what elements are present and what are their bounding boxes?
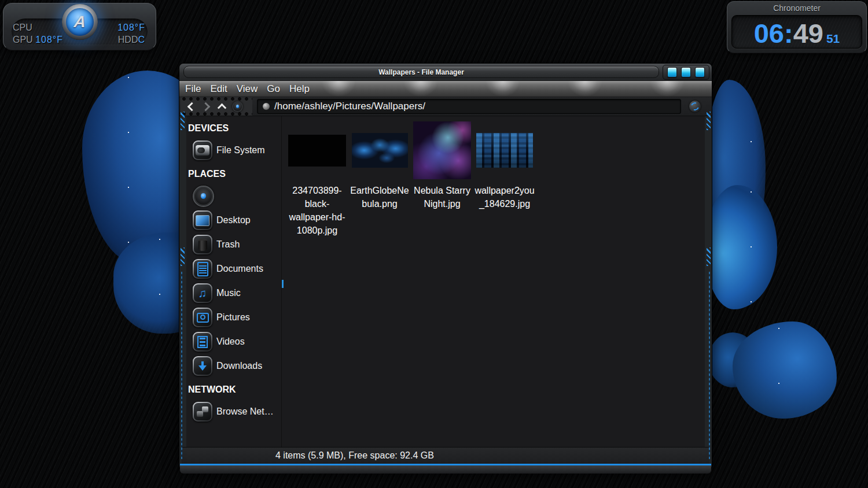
frame-accent-stripes xyxy=(181,247,185,266)
music-note-icon xyxy=(193,283,212,303)
menubar-light-beam xyxy=(317,81,360,97)
file-manager-window: Wallpapers - File Manager File Edit View… xyxy=(179,64,712,469)
close-button[interactable] xyxy=(695,67,705,77)
clock-seconds: 51 xyxy=(826,32,840,46)
frame-accent-stripes xyxy=(181,112,185,130)
menu-help[interactable]: Help xyxy=(289,83,310,95)
sidebar-item-music[interactable]: Music xyxy=(193,283,281,304)
file-item[interactable]: EarthGlobeNebula.png xyxy=(350,121,410,210)
frame-accent-line xyxy=(709,272,710,459)
toolbar: /home/ashley/Pictures/Wallpapers/ xyxy=(179,97,712,116)
menubar-light-beam xyxy=(564,81,606,97)
camera-icon xyxy=(193,308,212,327)
sidebar-item-pictures[interactable]: Pictures xyxy=(193,307,281,328)
forward-button[interactable] xyxy=(198,99,214,113)
thumbnail-earth-globe-nebula xyxy=(352,133,408,168)
gpu-temp: 108°F xyxy=(35,35,63,45)
menu-file[interactable]: File xyxy=(185,83,201,95)
file-name: Nebula Starry Night.jpg xyxy=(412,184,472,210)
frame-accent-line xyxy=(181,272,182,459)
frame-accent-stripes xyxy=(707,247,711,266)
gpu-row: GPU 108°F xyxy=(13,34,63,46)
clock-display: 06:4951 xyxy=(731,15,862,49)
home-button[interactable] xyxy=(230,99,245,113)
scroll-indicator[interactable] xyxy=(282,280,284,288)
drive-icon xyxy=(193,141,212,160)
file-name: EarthGlobeNebula.png xyxy=(350,184,410,210)
download-arrow-icon xyxy=(193,356,212,376)
clock-hours: 06 xyxy=(754,17,784,50)
titlebar[interactable]: Wallpapers - File Manager xyxy=(179,64,712,81)
hdd-label: HDD xyxy=(118,35,138,45)
navigation-buttons xyxy=(181,97,252,116)
chevron-right-icon xyxy=(201,102,210,111)
home-lens-icon xyxy=(232,101,243,112)
menu-edit[interactable]: Edit xyxy=(210,83,227,95)
sidebar-item-home[interactable] xyxy=(193,186,281,206)
window-controls xyxy=(663,65,709,80)
file-item[interactable]: Nebula Starry Night.jpg xyxy=(412,121,472,210)
sidebar-item-downloads[interactable]: Downloads xyxy=(193,356,281,376)
file-name: wallpaper2you_184629.jpg xyxy=(475,184,535,210)
gpu-label: GPU xyxy=(13,35,33,45)
file-item[interactable]: wallpaper2you_184629.jpg xyxy=(475,121,535,210)
sidebar-item-videos[interactable]: Videos xyxy=(193,331,281,352)
globe-icon xyxy=(689,101,701,112)
devices-header: DEVICES xyxy=(188,123,281,134)
trash-icon xyxy=(193,235,212,254)
desktop-icon xyxy=(193,210,212,230)
clock-minutes: 49 xyxy=(793,17,823,50)
cpu-temp: 108°F xyxy=(117,23,145,32)
cpu-row: CPU xyxy=(13,21,63,34)
thumbnail-wallpaper2you xyxy=(476,133,533,168)
file-item[interactable]: 234703899-black-wallpaper-hd-1080p.jpg xyxy=(287,121,347,237)
logo-emblem-icon xyxy=(62,4,98,40)
chronometer-title: Chronometer xyxy=(727,3,866,13)
maximize-button[interactable] xyxy=(681,67,691,77)
starfield xyxy=(733,321,837,419)
menu-go[interactable]: Go xyxy=(267,83,280,95)
system-monitor-widget: CPU GPU 108°F 108°F HDDC xyxy=(3,3,156,50)
sidebar-item-trash[interactable]: Trash xyxy=(193,234,281,255)
window-body: DEVICES File System PLACES Desktop Trash… xyxy=(179,116,712,447)
film-icon xyxy=(193,332,212,352)
world-map-glow-right-bright xyxy=(705,185,777,309)
network-header: NETWORK xyxy=(188,385,281,395)
file-name: 234703899-black-wallpaper-hd-1080p.jpg xyxy=(287,184,347,237)
starfield xyxy=(705,185,777,309)
path-bar[interactable]: /home/ashley/Pictures/Wallpapers/ xyxy=(257,99,681,114)
sidebar: DEVICES File System PLACES Desktop Trash… xyxy=(186,116,281,447)
chevron-left-icon xyxy=(187,102,196,111)
thumbnail-nebula-starry-night xyxy=(413,121,471,179)
hdd-row: HDDC xyxy=(117,34,145,46)
frame-accent-stripes xyxy=(707,112,711,130)
menubar-light-beam xyxy=(646,81,689,97)
menubar-light-beam xyxy=(399,81,442,97)
status-text: 4 items (5.9 MB), Free space: 92.4 GB xyxy=(275,450,434,461)
titlebar-bar[interactable]: Wallpapers - File Manager xyxy=(183,66,659,78)
current-path: /home/ashley/Pictures/Wallpapers/ xyxy=(274,101,425,112)
sidebar-item-file-system[interactable]: File System xyxy=(193,140,281,161)
sidebar-item-documents[interactable]: Documents xyxy=(193,258,281,279)
logo-a-icon xyxy=(66,8,94,36)
sidebar-item-desktop[interactable]: Desktop xyxy=(193,210,281,231)
thumbnail-black-wallpaper xyxy=(288,135,346,167)
hdd-value: C xyxy=(138,35,145,45)
cpu-temp-row: 108°F xyxy=(117,21,145,34)
network-computers-icon xyxy=(193,402,212,422)
sidebar-item-browse-network[interactable]: Browse Net… xyxy=(193,401,281,422)
cpu-label: CPU xyxy=(13,23,32,32)
window-title: Wallpapers - File Manager xyxy=(378,68,464,76)
up-button[interactable] xyxy=(214,99,230,113)
chronometer-widget: Chronometer 06:4951 xyxy=(727,1,867,53)
menubar-light-beam xyxy=(481,81,524,97)
file-view: 234703899-black-wallpaper-hd-1080p.jpg E… xyxy=(281,116,705,447)
network-globe-button[interactable] xyxy=(689,101,701,112)
menu-view[interactable]: View xyxy=(237,83,258,95)
world-map-australia-glow xyxy=(733,321,837,419)
window-bottom-frame xyxy=(180,464,711,474)
back-button[interactable] xyxy=(183,99,198,113)
document-icon xyxy=(193,259,212,279)
minimize-button[interactable] xyxy=(667,67,677,77)
menu-bar: File Edit View Go Help xyxy=(179,81,712,97)
